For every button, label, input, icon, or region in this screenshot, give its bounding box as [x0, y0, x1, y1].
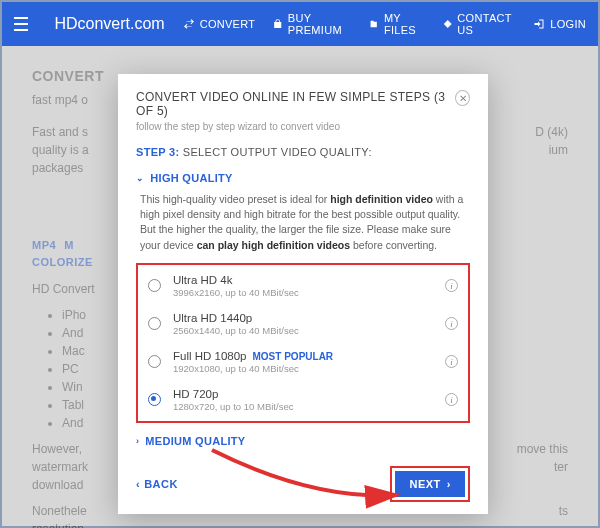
close-icon[interactable]: ✕ [455, 90, 470, 106]
quality-detail: 3996x2160, up to 40 MBit/sec [173, 287, 433, 298]
quality-name: HD 720p [173, 388, 433, 400]
menu-icon[interactable] [14, 17, 28, 31]
info-icon[interactable]: i [445, 317, 458, 330]
modal-subtitle: follow the step by step wizard to conver… [136, 121, 455, 132]
radio-icon[interactable] [148, 317, 161, 330]
quality-option-720p[interactable]: HD 720p1280x720, up to 10 MBit/sec i [138, 381, 468, 419]
quality-options-list: Ultra HD 4k3996x2160, up to 40 MBit/sec … [136, 263, 470, 423]
section-medium-title: MEDIUM QUALITY [145, 435, 245, 447]
section-toggle-high[interactable]: ⌄HIGH QUALITY [136, 166, 470, 190]
info-icon[interactable]: i [445, 393, 458, 406]
section-high-desc: This high-quality video preset is ideal … [136, 190, 470, 261]
nav-contact[interactable]: CONTACT US [443, 12, 515, 36]
modal-title: CONVERT VIDEO ONLINE IN FEW SIMPLE STEPS… [136, 90, 455, 118]
nav-convert-label: CONVERT [200, 18, 256, 30]
brand-title[interactable]: HDconvert.com [54, 15, 164, 33]
chevron-left-icon: ‹ [136, 478, 140, 490]
section-high-title: HIGH QUALITY [150, 172, 232, 184]
radio-icon[interactable] [148, 279, 161, 292]
quality-option-1080p[interactable]: Full HD 1080pMOST POPULAR1920x1080, up t… [138, 343, 468, 381]
chevron-right-icon: › [447, 478, 451, 490]
nav-my-files[interactable]: MY FILES [369, 12, 424, 36]
section-high-quality: ⌄HIGH QUALITY This high-quality video pr… [136, 166, 470, 423]
nav-convert[interactable]: CONVERT [183, 18, 256, 30]
app-frame: HDconvert.com CONVERT BUY PREMIUM MY FIL… [0, 0, 600, 528]
section-toggle-medium[interactable]: ›MEDIUM QUALITY [136, 429, 470, 453]
modal-scroll: ⌄HIGH QUALITY This high-quality video pr… [136, 166, 470, 458]
quality-name: Ultra HD 1440p [173, 312, 433, 324]
nav-buy-premium[interactable]: BUY PREMIUM [273, 12, 351, 36]
diamond-icon [443, 18, 452, 30]
quality-detail: 1920x1080, up to 40 MBit/sec [173, 363, 433, 374]
quality-name: Full HD 1080pMOST POPULAR [173, 350, 433, 362]
convert-wizard-modal: CONVERT VIDEO ONLINE IN FEW SIMPLE STEPS… [118, 74, 488, 514]
nav-login[interactable]: LOGIN [533, 18, 586, 30]
info-icon[interactable]: i [445, 355, 458, 368]
chevron-down-icon: ⌄ [136, 173, 144, 183]
nav-login-label: LOGIN [550, 18, 586, 30]
files-icon [369, 18, 378, 30]
nav-buy-label: BUY PREMIUM [288, 12, 352, 36]
nav-files-label: MY FILES [384, 12, 425, 36]
quality-option-1440p[interactable]: Ultra HD 1440p2560x1440, up to 40 MBit/s… [138, 305, 468, 343]
chevron-right-icon: › [136, 436, 139, 446]
quality-name: Ultra HD 4k [173, 274, 433, 286]
swap-icon [183, 18, 195, 30]
next-label: NEXT [409, 478, 440, 490]
nav-contact-label: CONTACT US [457, 12, 515, 36]
quality-detail: 2560x1440, up to 40 MBit/sec [173, 325, 433, 336]
back-label: BACK [144, 478, 178, 490]
info-icon[interactable]: i [445, 279, 458, 292]
quality-detail: 1280x720, up to 10 MBit/sec [173, 401, 433, 412]
top-navbar: HDconvert.com CONVERT BUY PREMIUM MY FIL… [2, 2, 598, 46]
back-button[interactable]: ‹BACK [136, 478, 178, 490]
modal-footer: ‹BACK NEXT› [136, 458, 470, 502]
login-icon [533, 18, 545, 30]
next-button[interactable]: NEXT› [395, 471, 465, 497]
bag-icon [273, 18, 282, 30]
radio-icon-selected[interactable] [148, 393, 161, 406]
quality-option-4k[interactable]: Ultra HD 4k3996x2160, up to 40 MBit/sec … [138, 267, 468, 305]
most-popular-badge: MOST POPULAR [253, 351, 334, 362]
step-label: STEP 3: SELECT OUTPUT VIDEO QUALITY: [136, 146, 470, 158]
radio-icon[interactable] [148, 355, 161, 368]
annotation-next-highlight: NEXT› [390, 466, 470, 502]
